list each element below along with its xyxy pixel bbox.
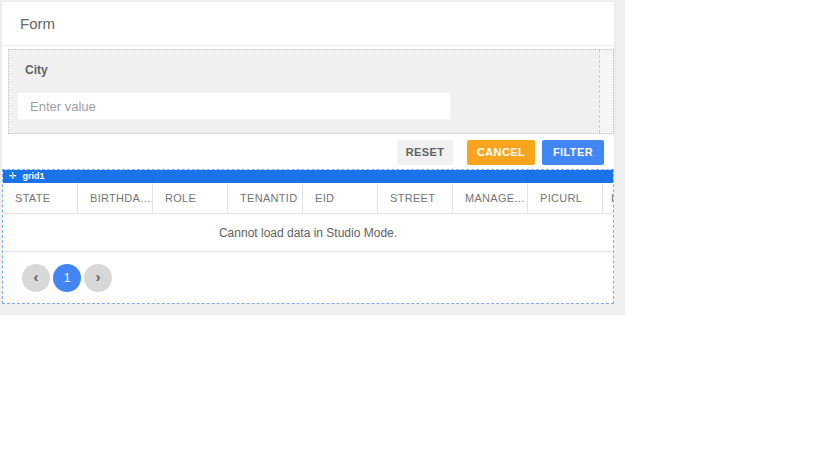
cancel-button[interactable]: CANCEL [467,140,535,165]
column-header-birthday[interactable]: BIRTHDA... [78,183,153,213]
column-header-clipped[interactable]: F [603,183,613,213]
column-header-role[interactable]: ROLE [153,183,228,213]
chevron-right-icon: › [96,269,101,284]
filter-button[interactable]: FILTER [542,140,604,165]
city-field-label: City [25,63,48,77]
city-input[interactable] [17,92,451,120]
column-header-street[interactable]: STREET [378,183,453,213]
grid-widget-titlebar[interactable]: ✛ grid1 [3,170,613,183]
form-widget: Form City RESET CANCEL FILTER [2,2,614,170]
grid-widget[interactable]: ✛ grid1 STATE BIRTHDA... ROLE TENANTID E… [2,169,614,304]
current-page-button[interactable]: 1 [53,264,81,292]
move-icon[interactable]: ✛ [9,170,17,183]
form-title-row: Form [2,2,614,46]
studio-mode-message: Cannot load data in Studio Mode. [219,226,397,240]
column-header-picurl[interactable]: PICURL [528,183,603,213]
column-header-manager[interactable]: MANAGE... [453,183,528,213]
next-page-button[interactable]: › [84,264,112,292]
editor-canvas: Form City RESET CANCEL FILTER ✛ grid1 ST… [0,0,625,315]
column-header-tenantid[interactable]: TENANTID [228,183,303,213]
prev-page-button[interactable]: ‹ [22,264,50,292]
grid-pagination: ‹ 1 › [3,252,613,303]
grid-widget-name[interactable]: grid1 [23,170,45,183]
page: Form City RESET CANCEL FILTER ✛ grid1 ST… [0,0,819,460]
dropzone-resize-strip[interactable] [599,50,613,133]
form-button-row: RESET CANCEL FILTER [2,134,614,170]
form-dropzone: City [8,49,614,134]
grid-header-row: STATE BIRTHDA... ROLE TENANTID EID STREE… [3,183,613,214]
grid-empty-row: Cannot load data in Studio Mode. [3,214,613,252]
column-header-state[interactable]: STATE [3,183,78,213]
reset-button[interactable]: RESET [397,140,453,165]
form-title: Form [20,15,55,32]
column-header-eid[interactable]: EID [303,183,378,213]
chevron-left-icon: ‹ [34,269,39,284]
